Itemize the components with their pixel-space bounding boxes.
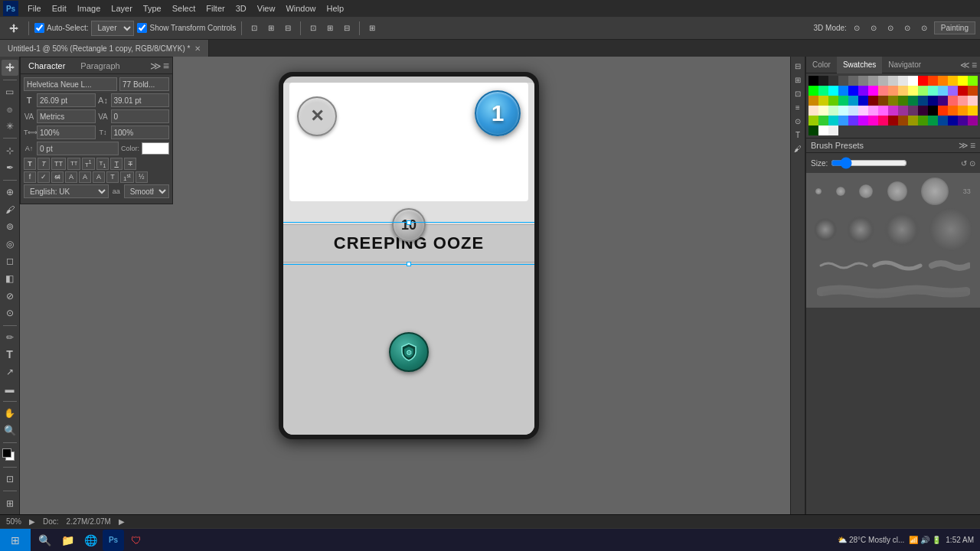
swatch-cell[interactable] <box>828 96 838 106</box>
swatch-cell[interactable] <box>938 106 948 116</box>
menu-file[interactable]: File <box>23 2 46 15</box>
brush-presets-menu[interactable]: ≡ <box>970 140 975 151</box>
super-btn[interactable]: T1 <box>82 158 95 170</box>
menu-edit[interactable]: Edit <box>47 2 71 15</box>
font-weight-input[interactable] <box>119 77 169 91</box>
swatch-cell[interactable] <box>968 86 978 96</box>
taskbar-edge-icon[interactable]: 🌐 <box>80 530 101 551</box>
swatch-cell[interactable] <box>878 86 888 96</box>
eyedropper-tool[interactable]: ✒ <box>2 160 18 176</box>
lasso-tool[interactable]: ⌾ <box>2 101 18 117</box>
3d-slide-btn[interactable]: ⊙ <box>900 22 914 34</box>
tracking-input[interactable] <box>111 109 170 123</box>
swatch-cell[interactable] <box>808 126 818 135</box>
swatch-cell[interactable] <box>808 106 818 116</box>
dodge-tool[interactable]: ⊙ <box>2 305 18 321</box>
swatch-cell[interactable] <box>838 106 848 116</box>
swatch-cell[interactable] <box>918 116 928 126</box>
taskbar-search-icon[interactable]: 🔍 <box>34 530 55 551</box>
swatch-cell[interactable] <box>888 86 898 96</box>
align-right-btn[interactable]: ⊟ <box>281 22 295 34</box>
swatch-cell[interactable] <box>828 76 838 86</box>
taskbar-ps-icon[interactable]: Ps <box>103 530 124 551</box>
swatch-cell[interactable] <box>808 76 818 86</box>
swatch-cell[interactable] <box>868 76 878 86</box>
swatch-cell[interactable] <box>868 86 878 96</box>
swatch-cell[interactable] <box>908 86 918 96</box>
magic-wand-tool[interactable]: ✳ <box>2 119 18 135</box>
swatch-cell[interactable] <box>808 86 818 96</box>
swatch-cell[interactable] <box>808 116 818 126</box>
side-icon-1[interactable]: ⊟ <box>792 60 804 72</box>
caps-btn[interactable]: TT <box>51 158 66 170</box>
marquee-tool[interactable]: ▭ <box>2 84 18 100</box>
taskbar-explorer-icon[interactable]: 📁 <box>57 530 78 551</box>
kerning-input[interactable] <box>37 109 96 123</box>
swatch-cell[interactable] <box>918 76 928 86</box>
menu-select[interactable]: Select <box>168 2 201 15</box>
swatch-cell[interactable] <box>948 116 958 126</box>
swatch-cell[interactable] <box>898 96 908 106</box>
align-center-h-btn[interactable]: ⊞ <box>264 22 278 34</box>
swatch-cell[interactable] <box>828 106 838 116</box>
swatch-cell[interactable] <box>878 116 888 126</box>
swatch-cell[interactable] <box>948 76 958 86</box>
screen-mode-btn[interactable]: ⊞ <box>2 495 18 511</box>
swatch-cell[interactable] <box>888 106 898 116</box>
scale-h-input[interactable] <box>37 126 96 139</box>
swatch-cell[interactable] <box>868 96 878 106</box>
network-icon[interactable]: 📶 <box>909 536 918 544</box>
3d-scale-btn[interactable]: ⊙ <box>917 22 931 34</box>
zoom-tool[interactable]: 🔍 <box>2 423 18 439</box>
align-bottom-btn[interactable]: ⊟ <box>340 22 354 34</box>
move-tool-btn[interactable] <box>5 21 23 35</box>
sub-btn[interactable]: T1 <box>96 158 109 170</box>
half-btn[interactable]: ½ <box>136 171 148 184</box>
quick-mask-btn[interactable]: ⊡ <box>2 471 18 487</box>
swatch-cell[interactable] <box>848 76 858 86</box>
swatch-cell[interactable] <box>828 116 838 126</box>
swatch-cell[interactable] <box>918 96 928 106</box>
swatch-cell[interactable] <box>958 116 968 126</box>
move-tool[interactable] <box>2 60 18 76</box>
swatch-cell[interactable] <box>928 76 938 86</box>
align-left-btn[interactable]: ⊡ <box>247 22 261 34</box>
side-icon-4[interactable]: ≡ <box>792 101 804 113</box>
swatch-cell[interactable] <box>958 86 968 96</box>
volume-icon[interactable]: 🔊 <box>920 536 929 544</box>
shape-tool[interactable]: ▬ <box>2 381 18 397</box>
hand-tool[interactable]: ✋ <box>2 406 18 422</box>
menu-view[interactable]: View <box>253 2 280 15</box>
swatch-cell[interactable] <box>838 116 848 126</box>
check-btn[interactable]: ✓ <box>38 171 50 184</box>
underline-btn[interactable]: T <box>110 158 122 170</box>
swatch-cell[interactable] <box>908 76 918 86</box>
doc-tab-close[interactable]: ✕ <box>194 44 201 53</box>
gradient-tool[interactable]: ◧ <box>2 271 18 287</box>
tab-color[interactable]: Color <box>806 57 837 73</box>
swatch-cell[interactable] <box>908 106 918 116</box>
swatch-cell[interactable] <box>908 96 918 106</box>
swatch-cell[interactable] <box>928 116 938 126</box>
swatch-cell[interactable] <box>818 86 828 96</box>
menu-image[interactable]: Image <box>73 2 106 15</box>
brush-preset-5[interactable] <box>921 178 949 205</box>
swatch-cell[interactable] <box>958 96 968 106</box>
liga-btn[interactable]: f <box>24 171 36 184</box>
swatch-cell[interactable] <box>848 96 858 106</box>
swatch-cell[interactable] <box>848 86 858 96</box>
swatch-cell[interactable] <box>958 76 968 86</box>
brush-soft-3[interactable] <box>884 212 920 247</box>
swatch-cell[interactable] <box>828 86 838 96</box>
brush-presets-expand[interactable]: ≫ <box>959 140 969 151</box>
swatch-cell[interactable] <box>938 86 948 96</box>
swatch-cell[interactable] <box>858 96 868 106</box>
italic-btn[interactable]: T <box>38 158 50 170</box>
strikethrough-btn[interactable]: T <box>124 158 136 170</box>
swatch-cell[interactable] <box>918 106 928 116</box>
swatch-cell[interactable] <box>888 76 898 86</box>
brush-preset-2[interactable] <box>836 187 845 196</box>
swatch-cell[interactable] <box>968 116 978 126</box>
ord-btn[interactable]: A <box>93 171 105 184</box>
battery-icon[interactable]: 🔋 <box>932 536 941 544</box>
